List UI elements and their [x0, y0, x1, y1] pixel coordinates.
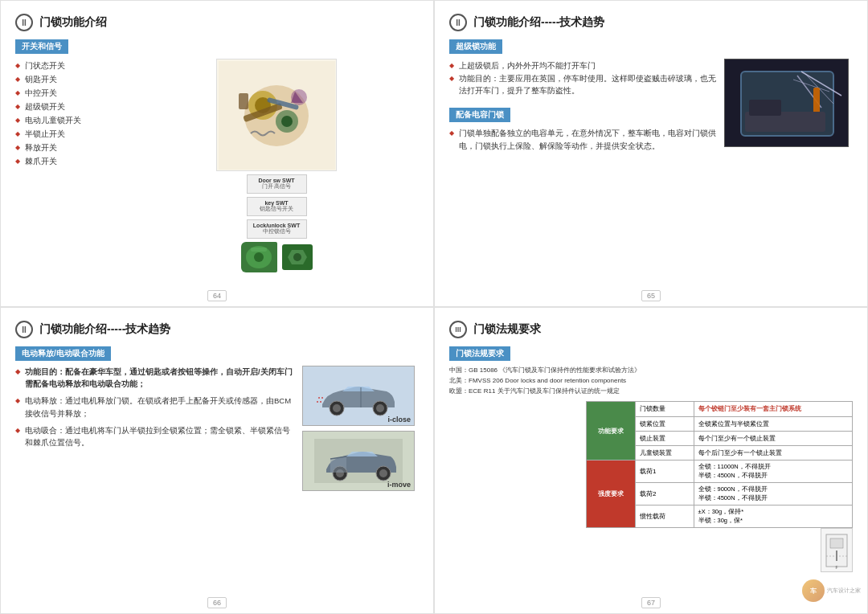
str-val-2: 全锁：9000N，不得脱开 半锁：4500N，不得脱开 [694, 483, 852, 506]
svg-point-27 [376, 404, 384, 412]
func-item-4: 儿童锁装置 [636, 445, 694, 460]
page-1: II 门锁功能介绍 开关和信号 门状态开关 钥匙开关 中控开关 超级锁开关 电动… [0, 0, 434, 307]
page-2: II 门锁功能介绍-----技术趋势 超级锁功能 上超级锁后，内外外开均不能打开… [434, 0, 868, 307]
p3-bullet-1: 功能目的：配备在豪华车型，通过钥匙或者按钮等操作，自动开启/关闭车门需配备电动释… [15, 366, 296, 390]
callout-2: key SWT 钥匙信号开关 [247, 197, 307, 216]
callout-3: Lock/unlock SWT 中控锁信号 [247, 219, 307, 239]
page1-content: 门状态开关 钥匙开关 中控开关 超级锁开关 电动儿童锁开关 半锁止开关 释放开关… [15, 59, 419, 272]
page1-header: II 门锁功能介绍 [15, 14, 419, 31]
watermark: 车 汽车设计之家 [802, 579, 861, 602]
page2-text: 上超级锁后，内外外开均不能打开车门 功能目的：主要应用在英国，停车时使用。这样即… [449, 59, 716, 155]
watermark-logo: 车 [802, 579, 825, 602]
p3-bullet-2: 电动释放：通过电机释放门锁。在锁或者把手上配备开关或传感器，由BCM接收信号并释… [15, 395, 296, 419]
func-val-4: 每个后门至少有一个锁止装置 [694, 445, 852, 460]
svg-point-35 [379, 469, 387, 477]
page-4: III 门锁法规要求 门锁法规要求 中国：GB 15086 《汽车门锁及车门保持… [434, 307, 868, 614]
func-item-1: 门锁数量 [636, 402, 694, 416]
load-diagram: F [821, 528, 853, 572]
page3-content: 功能目的：配备在豪华车型，通过钥匙或者按钮等操作，自动开启/关闭车门需配备电动释… [15, 366, 419, 491]
func-val-1: 每个铰链门至少装有一套主门锁系统 [694, 402, 852, 416]
page2-num: 65 [641, 290, 661, 301]
bullet-4: 超级锁开关 [15, 100, 128, 113]
page3-list: 功能目的：配备在豪华车型，通过钥匙或者按钮等操作，自动开启/关闭车门需配备电动释… [15, 366, 296, 448]
std-eu: 欧盟：ECE R11 关于汽车门锁及车门保持件认证的统一规定 [449, 387, 853, 397]
svg-point-11 [254, 252, 264, 262]
page1-image-area: Door sw SWT 门开 高信号 key SWT 钥匙信号开关 Lock/u… [134, 59, 419, 272]
page3-subsection: 电动释放/电动吸合功能 [15, 346, 111, 361]
p2-bullet-2: 功能目的：主要应用在英国，停车时使用。这样即使盗贼击碎玻璃，也无法打开车门，提升… [449, 72, 716, 96]
str-val-3: ±X：30g，保持* 半锁：30g，保* [694, 506, 852, 528]
page-3: II 门锁功能介绍-----技术趋势 电动释放/电动吸合功能 功能目的：配备在豪… [0, 307, 434, 614]
i-move-label: i-move [387, 481, 411, 489]
func-row-1: 功能要求 门锁数量 每个铰链门至少装有一套主门锁系统 [587, 402, 853, 416]
i-move-container: i-move [302, 431, 419, 491]
page1-subsection: 开关和信号 [15, 39, 68, 54]
svg-rect-8 [239, 93, 248, 109]
page2-content: 上超级锁后，内外外开均不能打开车门 功能目的：主要应用在英国，停车时使用。这样即… [449, 59, 853, 155]
green-components [241, 242, 313, 272]
page3-text: 功能目的：配备在豪华车型，通过钥匙或者按钮等操作，自动开启/关闭车门需配备电动释… [15, 366, 296, 491]
i-close-container: i-close [302, 366, 419, 426]
page2-list1: 上超级锁后，内外外开均不能打开车门 功能目的：主要应用在英国，停车时使用。这样即… [449, 59, 716, 96]
page1-badge: II [15, 14, 33, 31]
svg-text:F: F [835, 565, 837, 570]
i-move-photo: i-move [302, 431, 415, 491]
page2-image-area [724, 59, 853, 155]
page4-subsection: 门锁法规要求 [449, 346, 510, 361]
green-comp-1 [241, 242, 277, 272]
broken-window-photo [724, 59, 849, 147]
svg-rect-37 [830, 538, 843, 548]
str-item-1: 载荷1 [636, 460, 694, 483]
std-us: 北美：FMVSS 206 Door locks and door retenti… [449, 376, 853, 387]
page4-left [449, 401, 578, 572]
photo-inner [725, 59, 848, 146]
page2-title: 门锁功能介绍-----技术趋势 [473, 15, 604, 30]
page4-layout: 功能要求 门锁数量 每个铰链门至少装有一套主门锁系统 锁紧位置 全锁紧位置与半锁… [449, 401, 853, 572]
func-item-3: 锁止装置 [636, 431, 694, 445]
pages-container: II 门锁功能介绍 开关和信号 门状态开关 钥匙开关 中控开关 超级锁开关 电动… [0, 0, 868, 614]
page3-badge: II [15, 321, 33, 338]
svg-point-13 [293, 253, 301, 261]
func-val-3: 每个门至少有一个锁止装置 [694, 431, 852, 445]
page2-list2: 门锁单独配备独立的电容单元，在意外情况下，整车断电，电容对门锁供电，门锁执行上保… [449, 127, 716, 151]
svg-rect-22 [749, 100, 781, 116]
page4-title: 门锁法规要求 [473, 322, 541, 337]
page1-bullet-list: 门状态开关 钥匙开关 中控开关 超级锁开关 电动儿童锁开关 半锁止开关 释放开关… [15, 59, 128, 168]
page4-header: III 门锁法规要求 [449, 321, 853, 338]
bullet-8: 棘爪开关 [15, 154, 128, 168]
requirements-table: 功能要求 门锁数量 每个铰链门至少装有一套主门锁系统 锁紧位置 全锁紧位置与半锁… [586, 401, 853, 528]
page2-header: II 门锁功能介绍-----技术趋势 [449, 14, 853, 31]
str-row-1: 强度要求 载荷1 全锁：11000N，不得脱开 半锁：4500N，不得脱开 [587, 460, 853, 483]
page2-badge: II [449, 14, 467, 31]
door-lock-diagram [216, 59, 337, 171]
page3-images: i-close [302, 366, 419, 491]
std-cn: 中国：GB 15086 《汽车门锁及车门保持件的性能要求和试验方法》 [449, 366, 853, 376]
svg-rect-12 [251, 248, 267, 252]
page1-bullet-area: 门状态开关 钥匙开关 中控开关 超级锁开关 电动儿童锁开关 半锁止开关 释放开关… [15, 59, 128, 272]
func-val-2: 全锁紧位置与半锁紧位置 [694, 416, 852, 431]
page2-sub2-area: 配备电容门锁 门锁单独配备独立的电容单元，在意外情况下，整车断电，电容对门锁供电… [449, 106, 716, 151]
callout-stack: Door sw SWT 门开 高信号 key SWT 钥匙信号开关 Lock/u… [247, 174, 307, 239]
page4-badge: III [449, 321, 467, 338]
bullet-3: 中控开关 [15, 86, 128, 100]
green-comp-2 [282, 244, 313, 270]
p3-bullet-3: 电动吸合：通过电机将车门从半锁拉到全锁紧位置；需全锁紧、半锁紧信号和棘爪位置信号… [15, 424, 296, 448]
str-val-1: 全锁：11000N，不得脱开 半锁：4500N，不得脱开 [694, 460, 852, 483]
str-item-3: 惯性载荷 [636, 506, 694, 528]
page1-title: 门锁功能介绍 [39, 15, 107, 30]
page4-num: 67 [641, 597, 661, 608]
bullet-7: 释放开关 [15, 141, 128, 154]
svg-point-25 [333, 404, 341, 412]
p2-bullet-3: 门锁单独配备独立的电容单元，在意外情况下，整车断电，电容对门锁供电，门锁执行上保… [449, 127, 716, 151]
page1-num: 64 [207, 290, 227, 301]
page3-num: 66 [207, 597, 227, 608]
page3-header: II 门锁功能介绍-----技术趋势 [15, 321, 419, 338]
func-cat-cell: 功能要求 [587, 402, 636, 460]
svg-rect-20 [813, 88, 820, 116]
svg-point-5 [281, 116, 293, 127]
bullet-2: 钥匙开关 [15, 72, 128, 86]
page2-sub2: 配备电容门锁 [449, 108, 510, 122]
watermark-text: 汽车设计之家 [827, 587, 861, 595]
p2-bullet-1: 上超级锁后，内外外开均不能打开车门 [449, 59, 716, 72]
str-item-2: 载荷2 [636, 483, 694, 506]
